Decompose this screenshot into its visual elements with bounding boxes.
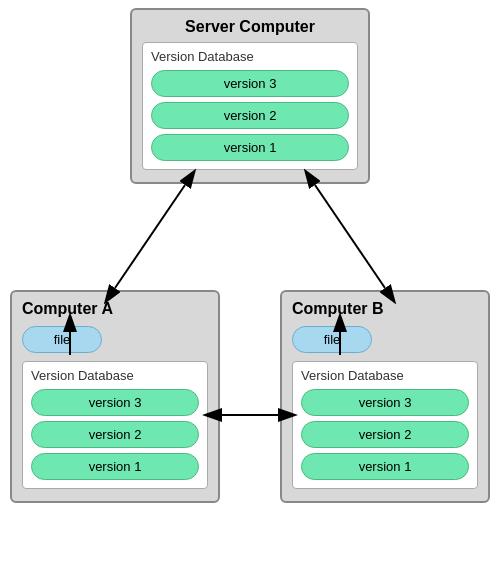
comp-b-version-3: version 3 — [301, 389, 469, 416]
computer-a-db-inner: Version Database version 3 version 2 ver… — [22, 361, 208, 489]
server-db-label: Version Database — [151, 49, 349, 64]
arrow-server-to-comp-a — [115, 185, 185, 288]
comp-b-version-2: version 2 — [301, 421, 469, 448]
computer-a-title: Computer A — [22, 300, 208, 318]
comp-a-version-1: version 1 — [31, 453, 199, 480]
computer-b-db-label: Version Database — [301, 368, 469, 383]
server-version-3: version 3 — [151, 70, 349, 97]
server-db-inner: Version Database version 3 version 2 ver… — [142, 42, 358, 170]
server-version-2: version 2 — [151, 102, 349, 129]
computer-a-db-label: Version Database — [31, 368, 199, 383]
computer-a-file: file — [22, 326, 102, 353]
arrow-server-to-comp-b — [315, 185, 385, 288]
server-title: Server Computer — [142, 18, 358, 36]
server-computer-box: Server Computer Version Database version… — [130, 8, 370, 184]
computer-b-db-inner: Version Database version 3 version 2 ver… — [292, 361, 478, 489]
computer-b-file: file — [292, 326, 372, 353]
server-version-1: version 1 — [151, 134, 349, 161]
diagram: Server Computer Version Database version… — [0, 0, 500, 563]
comp-a-version-3: version 3 — [31, 389, 199, 416]
computer-a-box: Computer A file Version Database version… — [10, 290, 220, 503]
comp-b-version-1: version 1 — [301, 453, 469, 480]
computer-b-box: Computer B file Version Database version… — [280, 290, 490, 503]
computer-b-title: Computer B — [292, 300, 478, 318]
comp-a-version-2: version 2 — [31, 421, 199, 448]
